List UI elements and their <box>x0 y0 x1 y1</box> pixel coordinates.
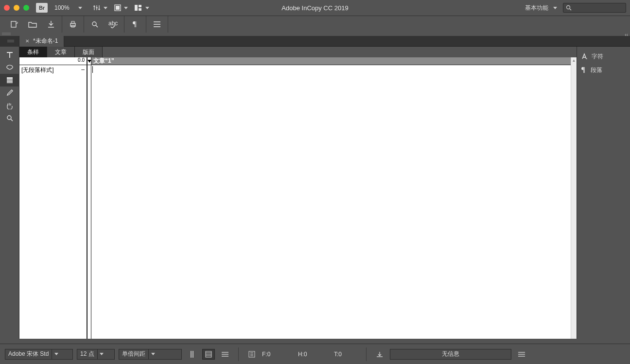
readout-f: F:0 <box>262 351 287 358</box>
spellcheck-button[interactable]: abc <box>104 16 122 33</box>
new-doc-button[interactable] <box>5 16 23 33</box>
svg-line-12 <box>570 9 571 10</box>
paragraph-style-dash: – <box>81 66 85 74</box>
leading-select[interactable]: 单倍间距 <box>119 349 182 360</box>
save-button[interactable] <box>42 16 60 33</box>
document-tab-label: *未命名-1 <box>33 37 58 45</box>
style-column: 0.0 [无段落样式] – <box>19 57 88 344</box>
close-window-icon[interactable] <box>4 5 10 11</box>
tools-panel <box>0 47 19 344</box>
main-area: 条样 文章 版面 0.0 [无段落样式] – 文章“1” <box>0 47 630 344</box>
view-option-3[interactable] <box>135 5 149 11</box>
font-size-select[interactable]: 12 点 <box>77 349 115 360</box>
maximize-window-icon[interactable] <box>23 5 29 11</box>
panel-paragraph[interactable]: 段落 <box>577 63 630 77</box>
zoom-tool[interactable] <box>0 112 19 124</box>
minimize-window-icon[interactable] <box>14 5 19 11</box>
pilcrow-button[interactable] <box>126 16 144 33</box>
character-icon <box>581 53 588 60</box>
chevron-down-icon <box>104 7 107 9</box>
menu-button[interactable] <box>148 16 166 33</box>
view-options-group <box>93 4 149 11</box>
position-tool[interactable] <box>0 74 19 87</box>
workspace-select[interactable]: 基本功能 <box>525 4 557 12</box>
document-tab[interactable]: ✕ *未命名-1 <box>19 36 64 47</box>
note-tool[interactable] <box>0 61 19 74</box>
grip-icon[interactable] <box>7 40 14 43</box>
view-option-1[interactable] <box>93 4 107 11</box>
svg-rect-10 <box>139 8 141 11</box>
baseline-icon[interactable] <box>373 349 386 360</box>
panel-menu-2[interactable] <box>515 349 528 360</box>
paragraph-style-name: [无段落样式] <box>21 66 54 74</box>
text-cursor-icon <box>92 66 93 73</box>
grip-icon[interactable] <box>2 33 11 35</box>
panel-character[interactable]: 字符 <box>577 50 630 63</box>
svg-rect-7 <box>116 6 120 10</box>
window-controls <box>4 5 29 11</box>
gutter <box>88 57 91 344</box>
eyedropper-tool[interactable] <box>0 87 19 99</box>
vertical-scrollbar[interactable]: ▲ <box>571 57 577 344</box>
font-family-value: Adobe 宋体 Std <box>5 350 52 358</box>
search-input[interactable] <box>563 3 626 13</box>
right-dock: 字符 段落 <box>577 47 630 344</box>
svg-point-11 <box>567 6 570 9</box>
svg-point-18 <box>92 22 96 26</box>
app-toolbar: abc <box>0 16 630 32</box>
readout-t: T:0 <box>334 351 359 358</box>
page-body: 0.0 [无段落样式] – 文章“1” ▲ <box>19 57 577 344</box>
svg-rect-9 <box>139 5 141 7</box>
chevron-down-icon <box>553 7 557 9</box>
svg-rect-31 <box>191 351 192 358</box>
status-field[interactable]: 无信息 <box>390 349 511 360</box>
svg-text:abc: abc <box>108 20 118 27</box>
svg-point-28 <box>7 116 11 120</box>
paragraph-style-row[interactable]: [无段落样式] – <box>19 65 87 75</box>
search-icon <box>566 5 572 11</box>
panel-label: 段落 <box>591 66 602 74</box>
close-tab-icon[interactable]: ✕ <box>25 38 29 44</box>
tab-layout[interactable]: 版面 <box>75 47 103 57</box>
zoom-level-select[interactable]: 100% <box>54 4 82 11</box>
stats-icon[interactable] <box>245 349 258 360</box>
hand-tool[interactable] <box>0 99 19 112</box>
print-button[interactable] <box>64 16 82 33</box>
chevron-down-icon <box>151 353 155 355</box>
svg-rect-32 <box>192 351 193 358</box>
column-single-button[interactable] <box>186 349 198 360</box>
bridge-button[interactable]: Br <box>36 3 48 13</box>
tab-galley[interactable]: 条样 <box>19 47 47 57</box>
paragraph-icon <box>581 67 587 73</box>
title-bar: Br 100% Adobe InCopy CC 2019 基本功能 <box>0 0 630 16</box>
type-tool[interactable] <box>0 49 19 61</box>
chevron-down-icon <box>78 7 82 9</box>
panel-grip-row: ‹‹ <box>0 32 630 36</box>
chevron-down-icon <box>124 7 128 9</box>
document-tab-bar: ✕ *未命名-1 <box>0 36 630 47</box>
column-double-button[interactable] <box>202 349 215 360</box>
svg-line-19 <box>96 25 98 27</box>
chevron-down-icon <box>100 353 104 355</box>
tab-story[interactable]: 文章 <box>47 47 75 57</box>
story-header: 文章“1” <box>91 57 571 65</box>
gutter-toggle[interactable] <box>88 57 91 65</box>
view-option-2[interactable] <box>114 4 128 11</box>
svg-line-29 <box>11 119 13 121</box>
text-editor[interactable] <box>91 65 571 344</box>
scroll-up-icon[interactable]: ▲ <box>571 57 577 63</box>
view-mode-tabs: 条样 文章 版面 <box>19 47 577 57</box>
find-button[interactable] <box>86 16 104 33</box>
app-title: Adobe InCopy CC 2019 <box>281 4 348 12</box>
panel-label: 字符 <box>592 52 603 61</box>
triangle-down-icon <box>88 60 91 63</box>
status-text: 无信息 <box>442 350 459 358</box>
open-button[interactable] <box>23 16 42 33</box>
zoom-value: 100% <box>54 4 70 11</box>
ruler-value: 0.0 <box>19 57 87 65</box>
panel-menu-1[interactable] <box>219 349 231 360</box>
font-family-select[interactable]: Adobe 宋体 Std <box>5 349 73 360</box>
collapse-panels-icon[interactable]: ‹‹ <box>625 32 628 36</box>
leading-value: 单倍间距 <box>119 350 148 358</box>
chevron-down-icon <box>145 7 149 9</box>
